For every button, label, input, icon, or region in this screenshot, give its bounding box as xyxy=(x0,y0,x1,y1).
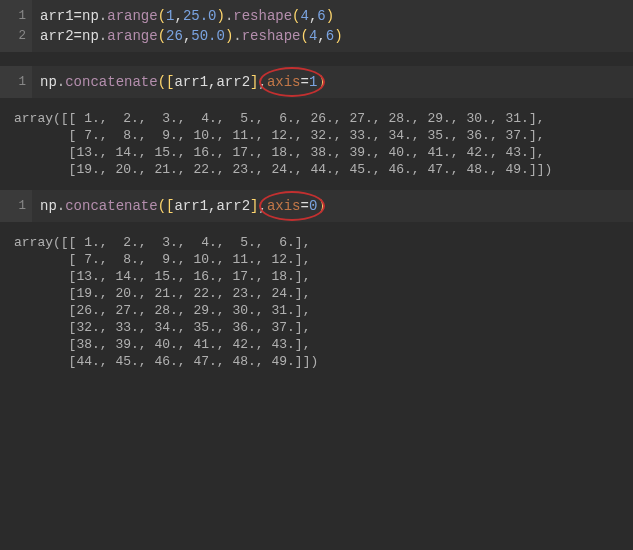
tok-dot: . xyxy=(57,198,65,214)
tok-func: arange xyxy=(107,8,157,24)
tok-comma: , xyxy=(258,198,266,214)
tok-dot: . xyxy=(233,28,241,44)
tok-paren: ( xyxy=(301,28,309,44)
gutter: 1 xyxy=(0,66,32,98)
tok-num: 0 xyxy=(309,198,317,214)
tok-num: 6 xyxy=(326,28,334,44)
tok-paren: ( xyxy=(158,8,166,24)
tok-kw: axis xyxy=(267,74,301,90)
tok-obj: np xyxy=(40,74,57,90)
tok-dot: . xyxy=(99,8,107,24)
cell-gap xyxy=(0,52,633,66)
code-cell-2: 1 np.concatenate([arr1,arr2],axis=1) xyxy=(0,66,633,98)
tok-obj: np xyxy=(82,28,99,44)
line-number: 1 xyxy=(0,72,26,92)
code-content[interactable]: np.concatenate([arr1,arr2],axis=0) xyxy=(32,190,633,222)
tok-kw: axis xyxy=(267,198,301,214)
tok-paren: ( xyxy=(158,198,166,214)
tok-num: 25.0 xyxy=(183,8,217,24)
code-line-2: arr2=np.arange(26,50.0).reshape(4,6) xyxy=(40,26,625,46)
output-text: array([[ 1., 2., 3., 4., 5., 6., 26., 27… xyxy=(14,111,552,177)
tok-num: 6 xyxy=(317,8,325,24)
tok-paren: ) xyxy=(334,28,342,44)
tok-num: 50.0 xyxy=(191,28,225,44)
line-number: 2 xyxy=(0,26,26,46)
tok-dot: . xyxy=(99,28,107,44)
code-line: np.concatenate([arr1,arr2],axis=1) xyxy=(40,72,625,92)
tok-comma: , xyxy=(258,74,266,90)
tok-func: concatenate xyxy=(65,198,157,214)
tok-paren: ( xyxy=(158,28,166,44)
tok-paren: ) xyxy=(326,8,334,24)
code-cell-1: 1 2 arr1=np.arange(1,25.0).reshape(4,6)a… xyxy=(0,0,633,52)
tok-op: = xyxy=(301,198,309,214)
output-text: array([[ 1., 2., 3., 4., 5., 6.], [ 7., … xyxy=(14,235,318,369)
gutter: 1 xyxy=(0,190,32,222)
tok-num: 1 xyxy=(309,74,317,90)
tok-paren: ) xyxy=(216,8,224,24)
tok-func: reshape xyxy=(233,8,292,24)
tok-comma: , xyxy=(174,8,182,24)
line-number: 1 xyxy=(0,196,26,216)
tok-dot: . xyxy=(57,74,65,90)
tok-var: arr2 xyxy=(216,198,250,214)
tok-var: arr1 xyxy=(174,74,208,90)
code-content[interactable]: arr1=np.arange(1,25.0).reshape(4,6)arr2=… xyxy=(32,0,633,52)
output-cell-2: array([[ 1., 2., 3., 4., 5., 6.], [ 7., … xyxy=(0,222,633,382)
output-cell-1: array([[ 1., 2., 3., 4., 5., 6., 26., 27… xyxy=(0,98,633,190)
tok-paren: ) xyxy=(317,198,325,214)
tok-var: arr2 xyxy=(216,74,250,90)
code-line: np.concatenate([arr1,arr2],axis=0) xyxy=(40,196,625,216)
tok-num: 4 xyxy=(301,8,309,24)
tok-var: arr1 xyxy=(174,198,208,214)
code-cell-3: 1 np.concatenate([arr1,arr2],axis=0) xyxy=(0,190,633,222)
tok-num: 26 xyxy=(166,28,183,44)
tok-paren: ( xyxy=(158,74,166,90)
tok-op: = xyxy=(74,8,82,24)
code-content[interactable]: np.concatenate([arr1,arr2],axis=1) xyxy=(32,66,633,98)
tok-func: reshape xyxy=(242,28,301,44)
tok-paren: ( xyxy=(292,8,300,24)
tok-op: = xyxy=(301,74,309,90)
tok-paren: ) xyxy=(317,74,325,90)
code-line-1: arr1=np.arange(1,25.0).reshape(4,6) xyxy=(40,6,625,26)
highlight-axis-0: axis=0 xyxy=(267,196,317,216)
line-number: 1 xyxy=(0,6,26,26)
tok-func: arange xyxy=(107,28,157,44)
gutter: 1 2 xyxy=(0,0,32,52)
tok-func: concatenate xyxy=(65,74,157,90)
tok-var: arr2 xyxy=(40,28,74,44)
tok-comma: , xyxy=(317,28,325,44)
tok-op: = xyxy=(74,28,82,44)
tok-obj: np xyxy=(40,198,57,214)
highlight-axis-1: axis=1 xyxy=(267,72,317,92)
tok-obj: np xyxy=(82,8,99,24)
tok-var: arr1 xyxy=(40,8,74,24)
